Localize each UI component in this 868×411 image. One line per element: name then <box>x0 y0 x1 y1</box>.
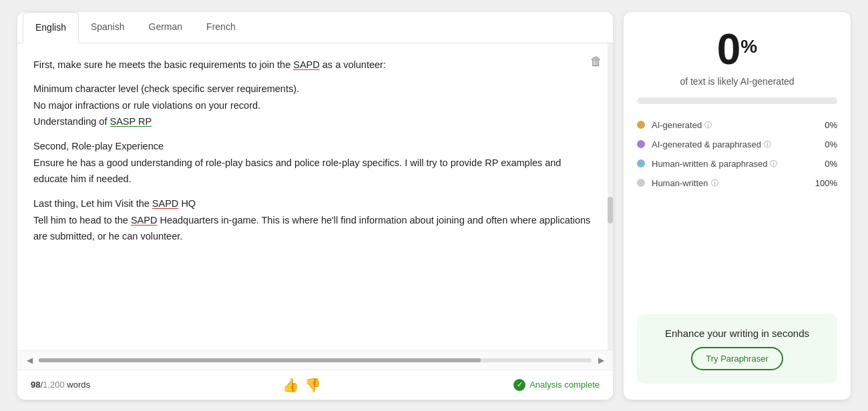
analysis-status: ✓ Analysis complete <box>513 379 600 391</box>
editor-content[interactable]: 🗑 First, make sure he meets the basic re… <box>17 43 613 350</box>
horizontal-scrollbar: ◀ ▶ <box>17 350 613 370</box>
ai-paraphrased-dot <box>637 140 645 148</box>
stat-ai-paraphrased: AI-generated & paraphrased ⓘ 0% <box>637 139 837 149</box>
scroll-right-arrow[interactable]: ▶ <box>594 354 608 367</box>
check-icon: ✓ <box>513 379 525 391</box>
sapd-ref-2: SAPD <box>152 198 179 209</box>
ai-percent-number: 0 <box>717 25 741 73</box>
current-word-count: 98 <box>31 380 40 390</box>
words-label: words <box>67 380 90 390</box>
vertical-scroll-thumb <box>608 197 613 224</box>
thumbs-up-button[interactable]: 👍 <box>282 377 299 393</box>
percent-symbol: % <box>740 36 757 57</box>
human-paraphrased-label: Human-written & paraphrased ⓘ <box>652 159 818 169</box>
sasp-ref: SASP RP <box>110 116 152 127</box>
feedback-icons: 👍 👎 <box>282 377 321 393</box>
paragraph-4: Last thing, Let him Visit the SAPD HQ Te… <box>33 195 597 245</box>
tab-spanish[interactable]: Spanish <box>79 12 137 43</box>
ai-label: of text is likely AI-generated <box>637 76 837 87</box>
thumbs-down-button[interactable]: 👎 <box>304 377 321 393</box>
human-paraphrased-value: 0% <box>825 159 837 169</box>
stat-human-paraphrased: Human-written & paraphrased ⓘ 0% <box>637 159 837 169</box>
human-written-info-icon[interactable]: ⓘ <box>711 178 718 188</box>
editor-area: 🗑 First, make sure he meets the basic re… <box>17 43 613 350</box>
enhance-title: Enhance your writing in seconds <box>650 328 824 339</box>
human-written-label: Human-written ⓘ <box>652 178 809 188</box>
stat-human-written: Human-written ⓘ 100% <box>637 178 837 188</box>
tabs-bar: English Spanish German French <box>17 12 613 43</box>
stats-list: AI-generated ⓘ 0% AI-generated & paraphr… <box>637 120 837 188</box>
ai-generated-value: 0% <box>825 120 837 130</box>
h-scroll-thumb <box>39 358 481 362</box>
ai-generated-info-icon[interactable]: ⓘ <box>704 120 712 130</box>
ai-paraphrased-info-icon[interactable]: ⓘ <box>764 139 771 149</box>
word-count: 98/1,200 words <box>31 380 90 390</box>
paragraph-2: Minimum character level (check specific … <box>33 81 597 130</box>
paragraph-3: Second, Role-play Experience Ensure he h… <box>33 138 597 187</box>
paragraph-1: First, make sure he meets the basic requ… <box>33 57 597 73</box>
sapd-ref-3: SAPD <box>131 215 158 226</box>
stat-ai-generated: AI-generated ⓘ 0% <box>637 120 837 130</box>
ai-paraphrased-label: AI-generated & paraphrased ⓘ <box>652 139 818 149</box>
ai-generated-label: AI-generated ⓘ <box>652 120 818 130</box>
try-paraphraser-button[interactable]: Try Paraphraser <box>691 347 783 370</box>
ai-paraphrased-value: 0% <box>825 139 837 149</box>
h-scroll-track <box>39 358 592 362</box>
delete-button[interactable]: 🗑 <box>590 51 602 72</box>
left-panel: English Spanish German French 🗑 First, m… <box>17 12 613 400</box>
tab-french[interactable]: French <box>194 12 248 43</box>
human-paraphrased-info-icon[interactable]: ⓘ <box>770 159 777 169</box>
progress-bar-container <box>637 97 837 104</box>
vertical-scrollbar[interactable] <box>608 43 613 350</box>
sapd-ref-1: SAPD <box>293 59 320 70</box>
percent-display: 0% <box>637 28 837 71</box>
human-written-dot <box>637 179 645 187</box>
app-container: English Spanish German French 🗑 First, m… <box>7 1 861 410</box>
enhance-box: Enhance your writing in seconds Try Para… <box>637 314 837 384</box>
tab-english[interactable]: English <box>23 12 79 43</box>
analysis-label: Analysis complete <box>529 380 600 390</box>
scroll-left-arrow[interactable]: ◀ <box>23 354 36 367</box>
ai-generated-dot <box>637 121 645 129</box>
right-panel: 0% of text is likely AI-generated AI-gen… <box>624 12 851 400</box>
human-written-value: 100% <box>815 178 837 188</box>
word-limit: 1,200 <box>43 380 65 390</box>
tab-german[interactable]: German <box>137 12 195 43</box>
editor-footer: 98/1,200 words 👍 👎 ✓ Analysis complete <box>17 370 613 400</box>
human-paraphrased-dot <box>637 159 645 167</box>
